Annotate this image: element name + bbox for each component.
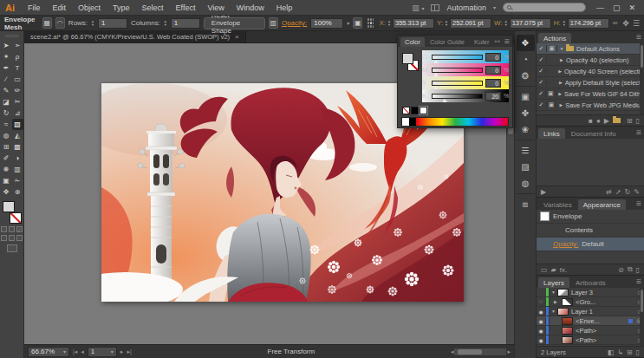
- action-expand-icon[interactable]: ▶: [557, 57, 566, 62]
- delete-action-icon[interactable]: ▯: [636, 117, 640, 125]
- search-box[interactable]: [503, 3, 586, 12]
- layer-name[interactable]: <Path>: [576, 327, 634, 335]
- slider-handle[interactable]: [433, 60, 439, 63]
- mesh-tool[interactable]: ⊞: [1, 141, 12, 153]
- action-expand-icon[interactable]: ▶: [556, 102, 565, 107]
- draw-normal-button[interactable]: [1, 235, 7, 241]
- begin-recording-icon[interactable]: ●: [596, 117, 601, 125]
- field-stepper[interactable]: ▲▼: [387, 20, 391, 27]
- workspace-caret-icon[interactable]: ▾: [493, 4, 496, 10]
- new-layer-icon[interactable]: ⊞: [627, 348, 633, 356]
- gradient-mode-button[interactable]: [9, 226, 15, 232]
- color-guide-icon[interactable]: ◔: [517, 51, 535, 68]
- menu-file[interactable]: File: [22, 2, 47, 14]
- collapse-panel-icon[interactable]: ««: [494, 38, 500, 43]
- tab-kuler[interactable]: Kuler: [470, 37, 494, 47]
- scissors-tool[interactable]: ✂: [12, 96, 23, 107]
- workspace-switcher-icon[interactable]: [431, 4, 439, 11]
- tab-variables[interactable]: Variables: [538, 199, 577, 210]
- pencil-tool[interactable]: ✏: [12, 85, 23, 96]
- appearance-row-envelope[interactable]: Envelope: [537, 210, 644, 224]
- layer-row-group[interactable]: ◌ ▶ <Gro... ○: [537, 297, 644, 307]
- rows-input[interactable]: [98, 18, 127, 29]
- field-value[interactable]: 137.075 pt: [510, 18, 551, 29]
- menu-effect[interactable]: Effect: [170, 2, 202, 14]
- action-apply-default-style[interactable]: ✓ ▶ Apply Default Style (selecti...: [537, 77, 644, 88]
- color-spectrum-bar[interactable]: [401, 117, 509, 127]
- draw-inside-button[interactable]: [16, 235, 23, 241]
- fill-swatch[interactable]: [3, 201, 15, 212]
- links-menu-icon[interactable]: ☰: [636, 129, 641, 136]
- appearance-label[interactable]: Contents: [565, 226, 593, 234]
- layer-expand-icon[interactable]: ▶: [550, 299, 562, 304]
- action-set-default-actions[interactable]: ✓ ▣ ▼ Default Actions: [537, 43, 644, 55]
- action-dialog-toggle[interactable]: ▣: [546, 90, 556, 97]
- slider-handle[interactable]: [442, 99, 447, 102]
- channel-value[interactable]: 20: [485, 92, 501, 101]
- appearance-label[interactable]: Envelope: [553, 212, 582, 220]
- layers-scrollbar[interactable]: [640, 288, 644, 346]
- visibility-eye-icon[interactable]: ◌: [537, 299, 546, 304]
- channel-value[interactable]: 0: [485, 53, 501, 62]
- menu-window[interactable]: Window: [231, 2, 270, 14]
- action-dialog-toggle[interactable]: ▣: [547, 45, 557, 52]
- scroll-left-icon[interactable]: ◂: [451, 348, 454, 355]
- new-action-icon[interactable]: ⊞: [627, 117, 633, 125]
- slider-handle[interactable]: [433, 86, 439, 89]
- last-artboard-button[interactable]: ▸|: [127, 348, 131, 355]
- field-value[interactable]: 174.296 pt: [568, 18, 609, 29]
- new-stroke-icon[interactable]: ▭: [541, 266, 548, 274]
- action-expand-icon[interactable]: ▶: [556, 68, 564, 74]
- tab-color-guide[interactable]: Color Guide: [426, 37, 469, 47]
- update-link-icon[interactable]: ↻: [625, 188, 631, 196]
- blend-tool[interactable]: ◑: [12, 153, 23, 164]
- action-expand-icon[interactable]: ▶: [556, 91, 564, 96]
- slice-tool[interactable]: ✁: [12, 175, 23, 186]
- appearance-row-contents[interactable]: Contents: [537, 224, 644, 238]
- slider-track[interactable]: [432, 94, 483, 99]
- restore-button[interactable]: ▢: [613, 3, 621, 12]
- action-check-toggle[interactable]: ✓: [537, 101, 547, 108]
- minimize-button[interactable]: —: [596, 3, 604, 12]
- action-opacity-40[interactable]: ✓ ▶ Opacity 40 (selection): [537, 55, 644, 66]
- search-input[interactable]: [514, 3, 582, 11]
- links-empty-list[interactable]: [537, 139, 644, 186]
- pen-tool[interactable]: ✒: [1, 62, 12, 74]
- tab-actions[interactable]: Actions: [538, 33, 571, 43]
- actions-scrollbar[interactable]: [640, 43, 644, 114]
- new-fill-icon[interactable]: ▰: [551, 266, 556, 274]
- action-dialog-toggle[interactable]: ▣: [547, 101, 557, 108]
- info-icon[interactable]: ⧈: [517, 193, 535, 212]
- relink-icon[interactable]: ⇄: [606, 188, 612, 196]
- eraser-tool[interactable]: ◪: [1, 96, 12, 107]
- white-swatch[interactable]: [420, 107, 427, 114]
- symbols-icon[interactable]: ❂: [517, 68, 535, 84]
- paintbrush-tool[interactable]: ✎: [1, 85, 12, 96]
- perspective-grid-tool[interactable]: ◭: [12, 130, 23, 141]
- action-save-web-gif[interactable]: ✓ ▣ ▶ Save For Web GIF 64 Dithe...: [537, 88, 644, 100]
- delete-layer-icon[interactable]: ▯: [636, 348, 640, 356]
- visibility-eye-icon[interactable]: ◉: [537, 328, 546, 334]
- visibility-eye-icon[interactable]: ◉: [537, 309, 546, 315]
- close-button[interactable]: ✕: [628, 3, 635, 12]
- layers-menu-icon[interactable]: ☰: [636, 278, 641, 285]
- next-artboard-button[interactable]: ▸: [120, 348, 124, 355]
- style-options-icon[interactable]: ▣: [353, 17, 362, 29]
- brushes-icon[interactable]: ❀: [517, 121, 535, 138]
- tab-layers[interactable]: Layers: [538, 277, 569, 288]
- action-check-toggle[interactable]: ✓: [537, 56, 547, 63]
- channel-value[interactable]: 0: [485, 66, 501, 75]
- tab-document-info[interactable]: Document Info: [566, 128, 621, 139]
- layer-expand-icon[interactable]: ▼: [550, 309, 557, 314]
- layer-name[interactable]: Layer 1: [571, 308, 634, 316]
- control-bar-menu-icon[interactable]: ☰: [633, 19, 640, 28]
- link-info-expand-icon[interactable]: ▶: [541, 188, 546, 196]
- menu-help[interactable]: Help: [270, 2, 299, 14]
- action-check-toggle[interactable]: ✓: [537, 68, 546, 75]
- envelope-options-icon[interactable]: ▥: [269, 17, 278, 29]
- none-mode-button[interactable]: ∕: [16, 226, 23, 232]
- action-check-toggle[interactable]: ✓: [537, 45, 547, 52]
- appearance-menu-icon[interactable]: ☰: [636, 200, 641, 207]
- color-panel-menu-icon[interactable]: ☰: [504, 38, 510, 45]
- black-swatch[interactable]: [411, 107, 419, 114]
